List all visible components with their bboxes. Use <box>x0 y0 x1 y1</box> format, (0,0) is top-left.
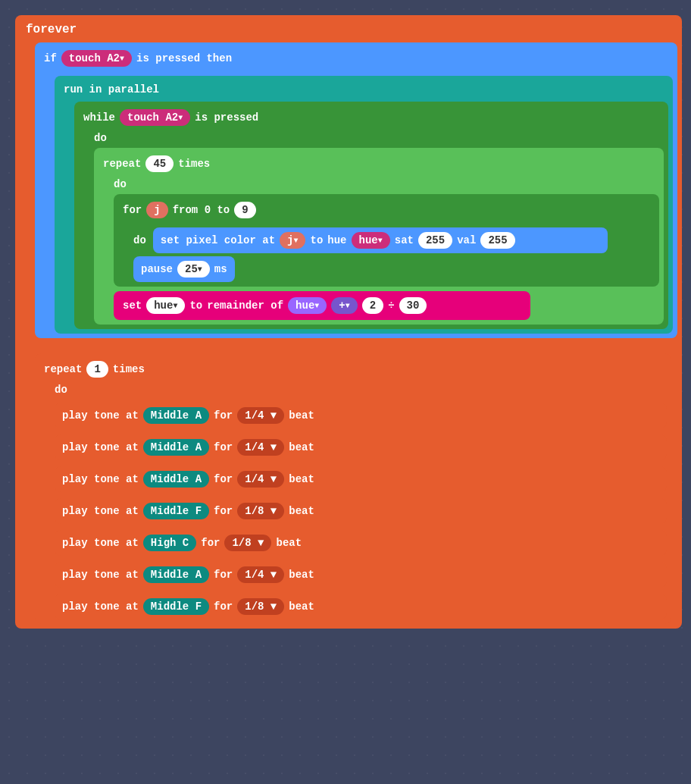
hue-pill-pixel[interactable]: hue <box>352 232 390 249</box>
repeat-outer-count[interactable]: 1 <box>86 361 108 378</box>
if-block: if touch A2 is pressed then run in paral… <box>35 42 677 338</box>
set-hue-label: set <box>123 299 142 312</box>
play-tone-prefix-0: play tone at <box>62 409 139 422</box>
note-pill-4[interactable]: High C <box>143 535 196 551</box>
play-tone-row-0: play tone at Middle A for 1/4 ▼ beat <box>55 403 667 428</box>
duration-pill-6[interactable]: 1/8 ▼ <box>237 598 284 615</box>
forever-block: forever if touch A2 is pressed then run … <box>15 15 682 629</box>
do-label-outer: do <box>55 384 67 396</box>
set-hue-to-label: to <box>189 299 202 312</box>
plus-pill[interactable]: + <box>331 297 357 314</box>
duration-pill-2[interactable]: 1/4 ▼ <box>237 471 284 488</box>
to-label-pixel: to <box>310 234 323 246</box>
set-pixel-block: set pixel color at j to hue hue sat <box>153 227 608 253</box>
play-tone-row-3: play tone at Middle F for 1/8 ▼ beat <box>55 498 667 524</box>
for-text-1: for <box>214 441 233 453</box>
do-label-1: do <box>94 132 107 144</box>
run-in-parallel-block: run in parallel while touch A2 is presse… <box>55 76 673 334</box>
run-in-parallel-label: run in parallel <box>64 83 159 96</box>
play-tone-prefix-6: play tone at <box>62 601 139 613</box>
beat-label-5: beat <box>289 569 314 581</box>
ms-label: ms <box>214 263 227 275</box>
duration-pill-4[interactable]: 1/8 ▼ <box>224 535 271 551</box>
for-text-4: for <box>201 537 220 549</box>
hue-remainder-pill[interactable]: hue <box>288 297 327 314</box>
j-var-pill[interactable]: j <box>146 202 167 218</box>
note-pill-6[interactable]: Middle F <box>143 598 209 615</box>
play-tone-row-4: play tone at High C for 1/8 ▼ beat <box>55 530 667 556</box>
to-value-pill[interactable]: 9 <box>234 202 255 218</box>
note-pill-2[interactable]: Middle A <box>143 471 209 488</box>
for-text-3: for <box>214 505 233 517</box>
is-pressed-label: is pressed <box>195 111 258 124</box>
val-label: val <box>457 234 476 246</box>
play-tones-list: play tone at Middle A for 1/4 ▼ beat pla… <box>55 400 667 619</box>
beat-label-6: beat <box>289 601 314 613</box>
play-tone-prefix-5: play tone at <box>62 569 139 581</box>
play-tone-row-5: play tone at Middle A for 1/4 ▼ beat <box>55 562 667 588</box>
remainder-of-label: remainder of <box>207 299 283 312</box>
add-value-pill[interactable]: 2 <box>362 297 383 314</box>
repeat-count-pill[interactable]: 45 <box>145 155 174 172</box>
play-tone-prefix-1: play tone at <box>62 441 139 453</box>
duration-pill-5[interactable]: 1/4 ▼ <box>237 566 284 583</box>
forever-label: forever <box>20 20 677 39</box>
repeat-inner-label: repeat <box>103 158 141 170</box>
from-0-to-label: from 0 to <box>173 204 230 216</box>
val-value-pill[interactable]: 255 <box>480 232 514 249</box>
repeat-inner-block: repeat 45 times do <box>94 148 664 325</box>
play-tone-row-6: play tone at Middle F for 1/8 ▼ beat <box>55 594 667 619</box>
beat-label-0: beat <box>289 409 314 422</box>
beat-label-2: beat <box>289 473 314 485</box>
repeat-outer-block: repeat 1 times do play tone at Middle A … <box>35 353 671 624</box>
sat-value-pill[interactable]: 255 <box>418 232 452 249</box>
repeat-outer-label: repeat <box>44 363 82 375</box>
beat-label-3: beat <box>289 505 314 517</box>
play-tone-prefix-2: play tone at <box>62 473 139 485</box>
duration-pill-0[interactable]: 1/4 ▼ <box>237 407 284 424</box>
is-pressed-then-label: is pressed then <box>136 52 232 64</box>
for-text-5: for <box>214 569 233 581</box>
blocks-canvas: forever if touch A2 is pressed then run … <box>0 0 691 644</box>
for-block: for j from 0 to 9 do <box>114 194 659 287</box>
play-tone-row-2: play tone at Middle A for 1/4 ▼ beat <box>55 466 667 492</box>
while-block: while touch A2 is pressed do <box>74 102 668 329</box>
play-tone-prefix-3: play tone at <box>62 505 139 517</box>
set-hue-block: set hue to remainder of hue + 2 <box>114 291 530 320</box>
while-label: while <box>83 111 115 124</box>
repeat-outer-suffix: times <box>113 363 145 375</box>
do-label-2: do <box>114 178 127 190</box>
hue-text-label: hue <box>327 234 346 246</box>
sat-label: sat <box>395 234 414 246</box>
for-label: for <box>123 204 142 216</box>
play-tone-row-1: play tone at Middle A for 1/4 ▼ beat <box>55 434 667 460</box>
for-text-0: for <box>214 409 233 422</box>
repeat-times-label: times <box>178 158 210 170</box>
pause-block: pause 25 ms <box>133 256 235 282</box>
if-label: if <box>44 52 57 64</box>
note-pill-3[interactable]: Middle F <box>143 503 209 519</box>
for-text-6: for <box>214 601 233 613</box>
note-pill-1[interactable]: Middle A <box>143 439 209 456</box>
j-pixel-pill[interactable]: j <box>280 232 305 249</box>
do-label-3: do <box>133 234 146 246</box>
div-symbol: ÷ <box>388 299 394 312</box>
touch-a2-pill-while[interactable]: touch A2 <box>120 109 190 126</box>
for-text-2: for <box>214 473 233 485</box>
pause-label: pause <box>141 263 173 275</box>
div-value-pill[interactable]: 30 <box>399 297 427 314</box>
duration-pill-1[interactable]: 1/4 ▼ <box>237 439 284 456</box>
hue-var-pill[interactable]: hue <box>146 297 185 314</box>
touch-a2-pill-if[interactable]: touch A2 <box>61 50 132 67</box>
note-pill-5[interactable]: Middle A <box>143 566 209 583</box>
beat-label-1: beat <box>289 441 314 453</box>
play-tone-prefix-4: play tone at <box>62 537 139 549</box>
beat-label-4: beat <box>276 537 302 549</box>
note-pill-0[interactable]: Middle A <box>143 407 209 424</box>
duration-pill-3[interactable]: 1/8 ▼ <box>237 503 284 519</box>
set-pixel-label: set pixel color at <box>161 234 275 246</box>
pause-value-pill[interactable]: 25 <box>177 261 210 278</box>
